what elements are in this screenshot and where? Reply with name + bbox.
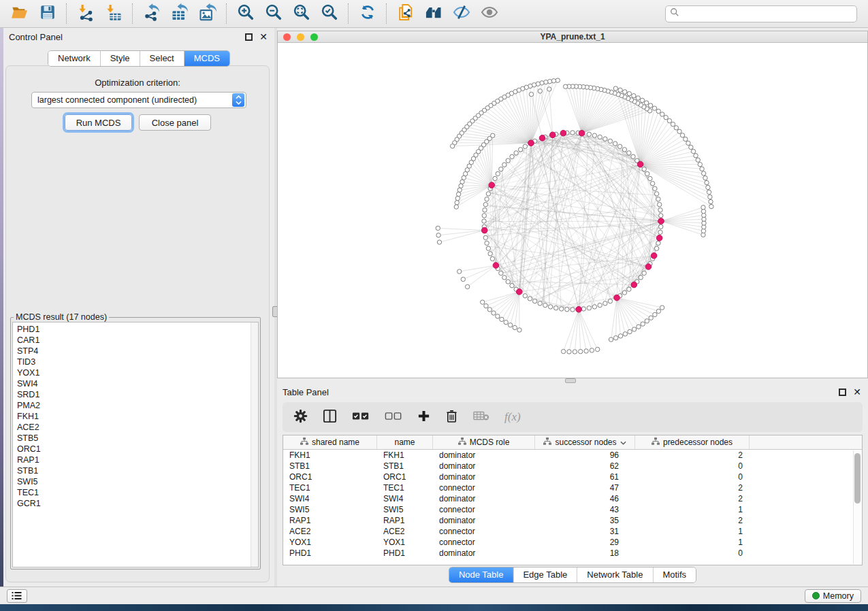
result-list-item[interactable]: PHD1: [13, 324, 258, 335]
task-history-button[interactable]: [7, 589, 27, 603]
cell-predecessor_nodes: 0: [635, 548, 750, 559]
network-graph[interactable]: [278, 43, 867, 378]
mcds-result-list[interactable]: PHD1CAR1STP4TID3YOX1SWI4SRD1PMA2FKH1ACE2…: [12, 322, 259, 567]
column-header-label: successor nodes: [555, 437, 616, 447]
float-panel-icon[interactable]: [839, 389, 846, 396]
open-session-button[interactable]: [5, 2, 33, 25]
run-mcds-button[interactable]: Run MCDS: [65, 114, 132, 131]
table-row[interactable]: SWI5SWI5connector431: [283, 504, 853, 515]
import-network-button[interactable]: [71, 2, 99, 25]
table-panel-title: Table Panel: [283, 387, 329, 397]
table-scrollbar[interactable]: [853, 450, 861, 564]
function-builder-button[interactable]: f(x): [504, 410, 521, 424]
table-scrollbar-thumb[interactable]: [854, 453, 861, 503]
network-window-titlebar[interactable]: YPA_prune.txt_1: [278, 31, 867, 43]
horizontal-splitter-handle[interactable]: [565, 378, 576, 383]
add-column-button[interactable]: [417, 410, 430, 425]
shared-column-icon: [300, 437, 308, 447]
criterion-selected-value: largest connected component (undirected): [32, 95, 232, 105]
network-canvas[interactable]: [278, 43, 867, 378]
result-list-item[interactable]: FKH1: [13, 411, 258, 422]
tab-select[interactable]: Select: [140, 51, 184, 66]
show-graphics-details-button[interactable]: [475, 2, 503, 25]
search-field[interactable]: [665, 5, 857, 22]
clone-network-button[interactable]: [391, 2, 419, 25]
result-list-item[interactable]: TEC1: [13, 487, 258, 498]
result-list-item[interactable]: SWI5: [13, 476, 258, 487]
result-list-item[interactable]: YOX1: [13, 367, 258, 378]
binoculars-icon: [424, 3, 443, 24]
search-input[interactable]: [682, 9, 852, 18]
result-list-item[interactable]: PMA2: [13, 400, 258, 411]
delete-table-button[interactable]: [473, 410, 489, 424]
column-header[interactable]: MCDS role: [433, 435, 535, 449]
result-list-item[interactable]: ACE2: [13, 422, 258, 433]
zoom-fit-icon: [292, 3, 311, 24]
result-list-item[interactable]: SRD1: [13, 389, 258, 400]
result-list-item[interactable]: STP4: [13, 346, 258, 357]
memory-label: Memory: [823, 591, 854, 601]
refresh-view-button[interactable]: [353, 2, 381, 25]
shared-column-icon: [458, 437, 466, 447]
zoom-selected-button[interactable]: [315, 2, 343, 25]
result-list-item[interactable]: GCR1: [13, 498, 258, 509]
import-table-button[interactable]: [99, 2, 127, 25]
tab-network[interactable]: Network: [48, 51, 101, 66]
cell-shared_name: RAP1: [283, 515, 377, 526]
table-row[interactable]: FKH1FKH1dominator962: [283, 450, 853, 461]
table-row[interactable]: RAP1RAP1dominator352: [283, 515, 853, 526]
table-row[interactable]: PHD1PHD1dominator180: [283, 548, 853, 559]
run-mcds-label: Run MCDS: [76, 118, 121, 128]
zoom-out-button[interactable]: [259, 2, 287, 25]
criterion-select[interactable]: largest connected component (undirected): [31, 92, 246, 108]
close-panel-icon[interactable]: ✕: [853, 389, 861, 396]
close-panel-button[interactable]: Close panel: [139, 114, 211, 131]
column-header-label: shared name: [312, 437, 359, 447]
tab-motifs[interactable]: Motifs: [653, 567, 696, 582]
zoom-in-button[interactable]: [231, 2, 259, 25]
zoom-fit-button[interactable]: [287, 2, 315, 25]
table-row[interactable]: ACE2ACE2connector311: [283, 526, 853, 537]
table-row[interactable]: SWI4SWI4dominator462: [283, 493, 853, 504]
hide-all-columns-button[interactable]: [385, 411, 402, 424]
tab-network-table[interactable]: Network Table: [577, 567, 653, 582]
tab-style[interactable]: Style: [101, 51, 140, 66]
split-columns-button[interactable]: [323, 409, 337, 426]
result-list-scrollbar[interactable]: [251, 323, 258, 567]
column-header[interactable]: name: [377, 435, 433, 449]
cell-mcds_role: connector: [433, 482, 535, 493]
result-list-item[interactable]: ORC1: [13, 444, 258, 455]
tab-node-table[interactable]: Node Table: [449, 567, 514, 582]
table-settings-button[interactable]: [293, 409, 308, 426]
export-image-button[interactable]: [193, 2, 221, 25]
table-row[interactable]: STB1STB1dominator620: [283, 461, 853, 472]
column-header[interactable]: successor nodes: [535, 435, 635, 449]
memory-button[interactable]: Memory: [805, 589, 861, 603]
result-list-item[interactable]: SWI4: [13, 378, 258, 389]
save-session-button[interactable]: [33, 2, 61, 25]
delete-columns-button[interactable]: [445, 409, 458, 426]
float-panel-icon[interactable]: [245, 33, 253, 41]
import-table-icon: [104, 3, 123, 24]
result-list-item[interactable]: RAP1: [13, 455, 258, 465]
export-table-button[interactable]: [165, 2, 193, 25]
tab-mcds[interactable]: MCDS: [184, 51, 229, 66]
result-list-item[interactable]: CAR1: [13, 335, 258, 346]
export-network-button[interactable]: [138, 2, 165, 25]
table-row[interactable]: ORC1ORC1dominator610: [283, 472, 853, 482]
result-list-item[interactable]: STB5: [13, 433, 258, 444]
cell-mcds_role: dominator: [433, 548, 535, 559]
tab-edge-table[interactable]: Edge Table: [513, 567, 577, 582]
cell-successor_nodes: 47: [535, 482, 635, 493]
cell-shared_name: ACE2: [283, 526, 377, 537]
show-all-columns-button[interactable]: [352, 411, 370, 424]
table-row[interactable]: TEC1TEC1connector472: [283, 482, 853, 493]
column-header[interactable]: shared name: [283, 435, 377, 449]
result-list-item[interactable]: STB1: [13, 465, 258, 476]
navigator-button[interactable]: [419, 2, 447, 25]
close-panel-icon[interactable]: ✕: [259, 33, 268, 41]
column-header[interactable]: predecessor nodes: [635, 435, 750, 449]
hide-graphics-details-button[interactable]: [447, 2, 475, 25]
result-list-item[interactable]: TID3: [13, 357, 258, 367]
table-row[interactable]: YOX1YOX1connector291: [283, 537, 853, 548]
